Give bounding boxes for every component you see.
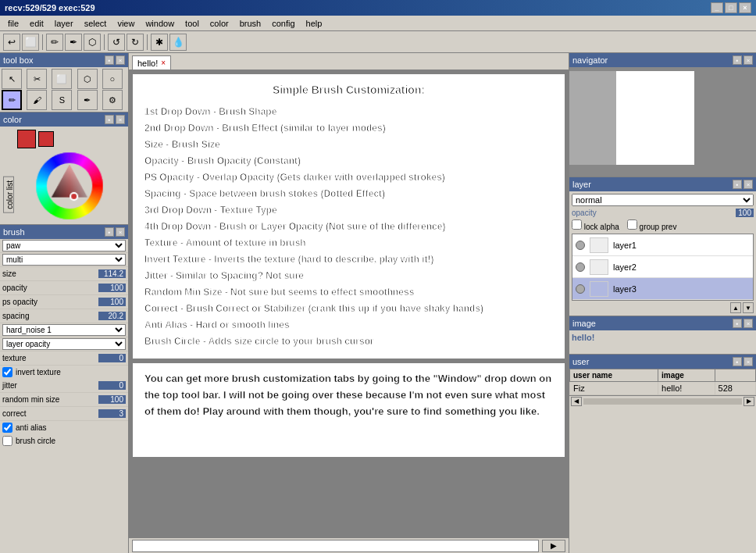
brush-jitter-value[interactable]: 0 [98, 381, 126, 390]
user-row-1[interactable]: Fiz hello! 528 [570, 382, 756, 395]
tool-select[interactable]: ↖ [2, 69, 22, 89]
toolbar-rotate-right[interactable]: ↻ [127, 34, 144, 51]
toolbar-star[interactable]: ✱ [151, 34, 168, 51]
tool-cut[interactable]: ✂ [27, 69, 47, 89]
brush-ps-opacity-value[interactable]: 100 [98, 298, 126, 306]
canvas-area[interactable]: Simple Brush Customization: 1st Drop Dow… [129, 70, 569, 537]
layer-item-2[interactable]: layer2 [572, 256, 753, 278]
layer-visibility-3[interactable] [576, 284, 585, 294]
toolbox-pin[interactable]: ▪ [105, 55, 114, 65]
toolbar-tool1[interactable]: ✏ [46, 34, 63, 51]
menu-tool[interactable]: tool [180, 17, 204, 30]
brush-invert-texture-checkbox[interactable] [2, 367, 12, 377]
menu-window[interactable]: window [141, 17, 179, 30]
layer-blend-mode[interactable]: normal [572, 194, 754, 206]
color-close[interactable]: × [116, 115, 125, 124]
maximize-button[interactable]: □ [725, 2, 737, 13]
brush-opacity-value[interactable]: 100 [98, 284, 126, 292]
user-pin[interactable]: ▪ [733, 357, 742, 366]
brush-spacing-row: spacing 20.2 [0, 309, 128, 323]
menu-layer[interactable]: layer [50, 17, 78, 30]
brush-size-label: size [2, 269, 98, 278]
toolbar-tool2[interactable]: ✒ [65, 34, 82, 51]
scroll-left-button[interactable]: ◀ [571, 397, 582, 406]
navigator-title: navigator [572, 55, 608, 65]
tool-brush[interactable]: 🖌 [27, 90, 47, 110]
brush-name-dropdown[interactable]: paw [2, 240, 126, 252]
layer-visibility-1[interactable] [576, 241, 585, 250]
toolbar-new[interactable]: ⬜ [22, 34, 39, 51]
menu-brush[interactable]: brush [235, 17, 266, 30]
layer-opacity-value[interactable]: 100 [736, 209, 754, 217]
scroll-right-button[interactable]: ▶ [744, 397, 754, 406]
brush-correct-value[interactable]: 3 [98, 409, 126, 418]
minimize-button[interactable]: _ [711, 2, 723, 13]
tool-poly[interactable]: ⬡ [77, 69, 98, 89]
image-close[interactable]: × [744, 319, 753, 328]
brush-spacing-value[interactable]: 20.2 [98, 312, 126, 320]
menu-color[interactable]: color [205, 17, 234, 30]
toolbar-eyedropper[interactable]: 💧 [169, 34, 187, 51]
tool-circle[interactable]: ○ [102, 69, 123, 89]
brush-close[interactable]: × [116, 227, 125, 237]
color-wheel-container[interactable] [15, 151, 124, 221]
user-close[interactable]: × [744, 357, 753, 366]
menu-help[interactable]: help [301, 17, 327, 30]
menu-view[interactable]: view [112, 17, 139, 30]
tab-close-button[interactable]: × [161, 59, 166, 67]
tool-pencil[interactable]: ✏ [2, 90, 22, 110]
brush-anti-alias-checkbox[interactable] [2, 423, 12, 433]
brush-pin[interactable]: ▪ [105, 227, 114, 237]
close-button[interactable]: × [739, 2, 751, 13]
brush-size-value[interactable]: 114.2 [98, 269, 126, 278]
fg-color[interactable] [17, 130, 36, 148]
brush-texture-type-dropdown[interactable]: hard_noise 1 [2, 324, 126, 336]
color-wheel-canvas[interactable] [12, 151, 127, 221]
tool-settings[interactable]: ⚙ [102, 90, 123, 110]
bg-color[interactable] [38, 131, 54, 147]
layer-pin[interactable]: ▪ [733, 180, 742, 189]
tab-hello[interactable]: hello! × [132, 55, 171, 70]
brush-layer-opacity-dropdown[interactable]: layer opacity [2, 338, 126, 350]
toolbar-tool3[interactable]: ⬡ [84, 34, 101, 51]
scroll-track[interactable] [583, 398, 742, 405]
navigator-inner[interactable] [569, 67, 756, 177]
toolbar-undo[interactable]: ↩ [3, 34, 20, 51]
navigator-pin[interactable]: ▪ [733, 55, 742, 65]
brush-blend-dropdown[interactable]: multi [2, 254, 126, 266]
canvas-send-button[interactable]: ▶ [542, 540, 565, 552]
doc-line-2: Size - Brush Size [144, 137, 553, 152]
layer-visibility-2[interactable] [576, 262, 585, 272]
doc-panel-2: You can get more brush customization tab… [132, 362, 565, 458]
menu-config[interactable]: config [267, 17, 299, 30]
navigator-close[interactable]: × [744, 55, 753, 65]
menu-file[interactable]: file [3, 17, 23, 30]
brush-random-min-size-value[interactable]: 100 [98, 395, 126, 404]
lock-alpha-label[interactable]: lock alpha [572, 219, 619, 231]
brush-title: brush [3, 227, 25, 237]
group-prev-label[interactable]: group prev [627, 219, 677, 231]
color-pin[interactable]: ▪ [105, 115, 114, 124]
tool-stamp[interactable]: S [52, 90, 72, 110]
lock-alpha-checkbox[interactable] [572, 219, 582, 230]
image-pin[interactable]: ▪ [733, 319, 742, 328]
layer-item-1[interactable]: layer1 [572, 234, 753, 256]
menu-edit[interactable]: edit [25, 17, 48, 30]
layer-scroll-down[interactable]: ▼ [743, 302, 754, 313]
image-title: image [572, 319, 596, 328]
tool-pen[interactable]: ✒ [77, 90, 98, 110]
group-prev-checkbox[interactable] [627, 219, 637, 230]
brush-invert-texture-label: invert texture [16, 368, 61, 376]
brush-texture-value[interactable]: 0 [98, 354, 126, 362]
toolbox-title: tool box [3, 55, 34, 65]
menu-select[interactable]: select [80, 17, 112, 30]
layer-scroll-up[interactable]: ▲ [730, 302, 741, 313]
tool-rect[interactable]: ⬜ [52, 69, 72, 89]
doc-line-7: 4th Drop Down - Brush or Layer Opacity (… [144, 219, 553, 234]
layer-close[interactable]: × [744, 180, 753, 189]
brush-circle-checkbox[interactable] [2, 436, 12, 446]
canvas-input[interactable] [132, 540, 539, 552]
layer-item-3[interactable]: layer3 [572, 278, 753, 300]
toolbox-close[interactable]: × [116, 55, 125, 65]
toolbar-rotate-left[interactable]: ↺ [108, 34, 125, 51]
